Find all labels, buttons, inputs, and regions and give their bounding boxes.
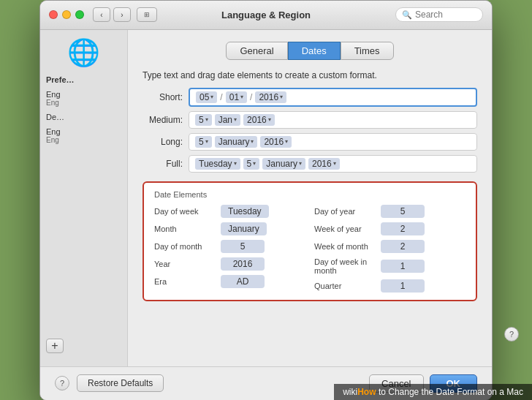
right-help-container: ?	[504, 327, 519, 341]
format-label-full: Full:	[142, 159, 183, 169]
de-val-dow[interactable]: Tuesday	[221, 205, 269, 218]
sidebar-item-1[interactable]: De…	[40, 110, 127, 124]
de-row-dowim: Day of week in month 1	[314, 257, 466, 275]
format-row-medium: Medium: 5 ▾ Jan ▾ 2016 ▾	[142, 111, 477, 129]
tab-dates[interactable]: Dates	[288, 42, 341, 60]
content-area: 🌐 Prefe… Eng Eng De… Eng Eng + General	[40, 30, 492, 366]
long-day[interactable]: 5 ▾	[195, 136, 212, 148]
de-row-quarter: Quarter 1	[314, 279, 466, 293]
de-val-doy[interactable]: 5	[381, 205, 425, 218]
traffic-lights	[49, 10, 84, 19]
de-key-quarter: Quarter	[314, 282, 376, 290]
de-row-dow: Day of week Tuesday	[154, 205, 305, 218]
de-row-doy: Day of year 5	[314, 205, 466, 218]
nav-buttons: ‹ ›	[93, 7, 131, 22]
date-elements-grid: Day of week Tuesday Month January Day of…	[154, 205, 466, 293]
format-row-long: Long: 5 ▾ January ▾ 2016 ▾	[142, 133, 477, 151]
right-help-button[interactable]: ?	[504, 327, 519, 341]
full-month[interactable]: January ▾	[262, 158, 305, 170]
search-icon: 🔍	[402, 10, 412, 20]
search-input[interactable]	[415, 10, 474, 20]
globe-icon: 🌐	[67, 37, 100, 67]
sidebar-item-title-2: Eng	[46, 127, 121, 136]
help-button[interactable]: ?	[55, 376, 69, 390]
de-left-col: Day of week Tuesday Month January Day of…	[154, 205, 305, 293]
de-row-era: Era AD	[154, 275, 305, 288]
format-label-medium: Medium:	[142, 115, 183, 125]
add-button[interactable]: +	[46, 339, 64, 353]
medium-day[interactable]: 5 ▾	[195, 114, 212, 126]
format-label-long: Long:	[142, 137, 183, 147]
format-field-medium[interactable]: 5 ▾ Jan ▾ 2016 ▾	[189, 111, 477, 129]
de-key-year: Year	[154, 260, 216, 268]
full-weekday[interactable]: Tuesday ▾	[195, 158, 240, 170]
de-key-dowim: Day of week in month	[314, 257, 376, 275]
forward-button[interactable]: ›	[113, 7, 131, 22]
de-val-wom[interactable]: 2	[381, 240, 425, 253]
wikihow-watermark: wikiHow to Change the Date Format on a M…	[334, 384, 532, 400]
de-val-year[interactable]: 2016	[221, 257, 265, 271]
short-year[interactable]: 2016 ▾	[255, 91, 286, 103]
long-year[interactable]: 2016 ▾	[260, 136, 292, 148]
de-val-dowim[interactable]: 1	[381, 260, 425, 273]
tab-general[interactable]: General	[226, 42, 287, 60]
restore-defaults-button[interactable]: Restore Defaults	[77, 374, 164, 392]
format-field-short[interactable]: 05 ▾ / 01 ▾ / 2016 ▾	[189, 88, 477, 107]
full-day[interactable]: 5 ▾	[243, 158, 260, 170]
sidebar-label: Prefe…	[40, 74, 127, 86]
de-row-wom: Week of month 2	[314, 240, 466, 253]
de-key-era: Era	[154, 277, 216, 286]
de-row-year: Year 2016	[154, 257, 305, 271]
de-key-doy: Day of year	[314, 207, 376, 216]
sidebar: 🌐 Prefe… Eng Eng De… Eng Eng +	[40, 30, 128, 366]
medium-year[interactable]: 2016 ▾	[243, 114, 275, 126]
short-month[interactable]: 05 ▾	[196, 91, 217, 103]
short-day[interactable]: 01 ▾	[226, 91, 247, 103]
maximize-button[interactable]	[75, 10, 84, 19]
long-month[interactable]: January ▾	[215, 136, 258, 148]
format-field-full[interactable]: Tuesday ▾ 5 ▾ January ▾ 2016 ▾	[189, 155, 477, 173]
search-box[interactable]: 🔍	[395, 7, 483, 22]
de-key-wom: Week of month	[314, 242, 376, 251]
de-row-woy: Week of year 2	[314, 222, 466, 235]
format-rows: Short: 05 ▾ / 01 ▾ / 2016 ▾ Medium: 5 ▾ …	[142, 88, 477, 173]
minimize-button[interactable]	[62, 10, 71, 19]
format-row-short: Short: 05 ▾ / 01 ▾ / 2016 ▾	[142, 88, 477, 107]
de-right-col: Day of year 5 Week of year 2 Week of mon…	[314, 205, 466, 293]
tab-times[interactable]: Times	[341, 42, 394, 60]
window-title: Language & Region	[221, 10, 311, 20]
full-year[interactable]: 2016 ▾	[308, 158, 340, 170]
date-elements-title: Date Elements	[154, 190, 466, 199]
back-button[interactable]: ‹	[93, 7, 110, 22]
panel: General Dates Times Type text and drag d…	[128, 30, 492, 366]
format-field-long[interactable]: 5 ▾ January ▾ 2016 ▾	[189, 133, 477, 151]
de-val-woy[interactable]: 2	[381, 222, 425, 235]
medium-month[interactable]: Jan ▾	[215, 114, 240, 126]
grid-button[interactable]: ⊞	[137, 7, 157, 22]
de-row-dom: Day of month 5	[154, 240, 305, 253]
de-key-dom: Day of month	[154, 242, 216, 251]
sidebar-item-sub-2: Eng	[46, 136, 121, 144]
de-key-woy: Week of year	[314, 224, 376, 233]
de-val-month[interactable]: January	[221, 222, 267, 235]
format-label-short: Short:	[142, 92, 183, 102]
tab-group: General Dates Times	[142, 42, 477, 60]
sidebar-item-title-0: Eng	[46, 90, 121, 99]
de-row-month: Month January	[154, 222, 305, 235]
sidebar-item-title-1: De…	[46, 113, 121, 121]
de-key-dow: Day of week	[154, 207, 216, 216]
instruction-text: Type text and drag date elements to crea…	[142, 70, 477, 80]
main-window: ‹ › ⊞ Language & Region 🔍 🌐 Prefe… Eng E…	[39, 0, 493, 400]
de-val-dom[interactable]: 5	[221, 240, 265, 253]
sidebar-item-0[interactable]: Eng Eng	[40, 87, 127, 110]
sidebar-item-sub-0: Eng	[46, 99, 121, 107]
close-button[interactable]	[49, 10, 58, 19]
format-row-full: Full: Tuesday ▾ 5 ▾ January ▾ 2016 ▾	[142, 155, 477, 173]
de-val-era[interactable]: AD	[221, 275, 265, 288]
de-val-quarter[interactable]: 1	[381, 279, 425, 293]
de-key-month: Month	[154, 224, 216, 233]
sidebar-add: +	[40, 333, 127, 359]
date-elements-box: Date Elements Day of week Tuesday Month …	[142, 181, 477, 301]
titlebar: ‹ › ⊞ Language & Region 🔍	[40, 1, 492, 30]
sidebar-item-2[interactable]: Eng Eng	[40, 124, 127, 147]
